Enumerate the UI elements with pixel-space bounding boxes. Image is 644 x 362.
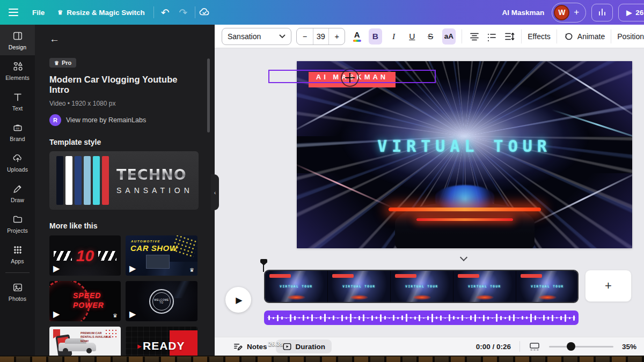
notes-button[interactable]: Notes bbox=[233, 342, 267, 352]
template-thumb-ten[interactable]: 10 ▶ bbox=[49, 235, 121, 276]
text-color-button[interactable]: A bbox=[350, 28, 363, 45]
insights-button[interactable] bbox=[591, 4, 613, 21]
avatar[interactable]: W bbox=[554, 5, 569, 20]
video-frame: VIRTUAL TOUR bbox=[453, 271, 516, 302]
text-icon bbox=[12, 91, 24, 103]
design-icon bbox=[12, 30, 24, 42]
crown-icon: ♛ bbox=[189, 268, 194, 273]
template-thumb-car-show[interactable]: AUTOMOTIVE CAR SHOW ▶ ♛ bbox=[126, 235, 197, 276]
account-pill[interactable]: W + bbox=[552, 3, 586, 23]
video-track[interactable]: VIRTUAL TOUR VIRTUAL TOUR VIRTUAL TOUR V… bbox=[264, 270, 579, 303]
font-size-value[interactable]: 39 bbox=[313, 28, 329, 45]
text-case-button[interactable]: aA bbox=[442, 28, 456, 45]
pen-icon bbox=[12, 183, 24, 195]
grid-view-button[interactable] bbox=[529, 341, 540, 352]
position-button[interactable]: Position bbox=[617, 32, 644, 41]
creator-link[interactable]: R View more by RemainLabs bbox=[49, 114, 215, 126]
strikethrough-button[interactable]: S bbox=[423, 28, 437, 45]
elements-icon bbox=[12, 61, 24, 72]
clip-duration-label: 26.3s bbox=[268, 341, 283, 347]
play-icon: ▶ bbox=[236, 295, 242, 305]
canvas-headline-text[interactable]: VIRTUAL TOUR bbox=[297, 137, 632, 156]
resize-magic-switch-button[interactable]: ♛ Resize & Magic Switch bbox=[51, 9, 151, 17]
bold-button[interactable]: B bbox=[369, 28, 382, 45]
sidebar-item-photos[interactable]: Photos bbox=[0, 276, 35, 307]
alignment-button[interactable] bbox=[468, 28, 480, 45]
design-panel: ← ♛ Pro Modern Car Vlogging Youtube Intr… bbox=[35, 25, 215, 362]
sidebar-item-draw[interactable]: Draw bbox=[0, 178, 35, 208]
font-size-stepper: − 39 + bbox=[296, 28, 345, 45]
user-name: AI Maskman bbox=[502, 9, 545, 17]
cloud-sync-icon[interactable] bbox=[197, 4, 211, 20]
align-center-icon bbox=[469, 31, 480, 42]
zoom-level[interactable]: 35% bbox=[622, 343, 636, 351]
brand-icon: co bbox=[12, 122, 24, 134]
sidebar-item-text[interactable]: Text bbox=[0, 86, 35, 116]
audio-track[interactable] bbox=[264, 311, 579, 325]
upload-cloud-icon bbox=[12, 152, 24, 164]
toolbar-divider bbox=[557, 29, 557, 43]
video-frame: VIRTUAL TOUR bbox=[265, 271, 328, 302]
template-style-text: TECHNO SANSATION bbox=[116, 166, 193, 195]
notes-icon bbox=[233, 342, 243, 352]
play-icon: ▶ bbox=[129, 310, 136, 319]
animate-icon bbox=[563, 31, 574, 42]
template-thumb-speed-power[interactable]: SPEED POWER ▶ ♛ bbox=[49, 281, 121, 321]
rail-divider bbox=[5, 272, 30, 273]
chevron-left-icon: ‹ bbox=[214, 189, 216, 196]
video-frame: VIRTUAL TOUR bbox=[391, 271, 453, 302]
brand-stripes bbox=[56, 156, 109, 205]
sidebar-item-elements[interactable]: Elements bbox=[0, 55, 35, 86]
canvas-page[interactable]: VIRTUAL TOUR bbox=[297, 61, 632, 248]
redo-icon[interactable]: ↷ bbox=[174, 6, 193, 19]
play-icon: ▶ bbox=[53, 264, 60, 273]
video-frame: VIRTUAL TOUR bbox=[328, 271, 391, 302]
divider bbox=[519, 341, 520, 352]
add-member-icon[interactable]: + bbox=[574, 7, 579, 18]
present-button[interactable]: ▶ 26. bbox=[618, 4, 644, 21]
duration-button[interactable]: Duration bbox=[276, 339, 332, 353]
sidebar-item-uploads[interactable]: Uploads bbox=[0, 147, 35, 178]
template-style-card[interactable]: TECHNO SANSATION bbox=[49, 151, 199, 210]
toolbar-divider bbox=[611, 29, 611, 43]
hamburger-menu-icon[interactable] bbox=[0, 6, 26, 18]
effects-button[interactable]: Effects bbox=[528, 32, 551, 41]
zoom-slider-knob[interactable] bbox=[567, 342, 575, 351]
side-rail: Design Elements Text co Brand Uploads Dr… bbox=[0, 25, 35, 362]
photos-icon bbox=[12, 282, 24, 293]
zoom-slider[interactable] bbox=[549, 346, 613, 348]
svg-text:co: co bbox=[16, 127, 19, 130]
play-icon: ▶ bbox=[137, 343, 142, 349]
time-indicator: 0:00 / 0:26 bbox=[476, 343, 511, 351]
template-meta: Video • 1920 x 1080 px bbox=[49, 100, 215, 107]
playhead-line bbox=[263, 264, 264, 272]
recording-filmstrip bbox=[0, 356, 644, 362]
timeline-collapse-chevron[interactable] bbox=[460, 255, 466, 261]
template-thumb-welcome[interactable]: WELCOME TO ▶ bbox=[126, 281, 197, 321]
file-menu[interactable]: File bbox=[26, 9, 51, 17]
bullet-list-icon bbox=[486, 31, 497, 42]
font-size-decrease-button[interactable]: − bbox=[297, 28, 313, 45]
underline-button[interactable]: U bbox=[405, 28, 419, 45]
work-area: VIRTUAL TOUR AI MASKMAN ▶ VIRTUAL TOUR V… bbox=[215, 48, 644, 362]
crown-icon: ♛ bbox=[113, 313, 118, 319]
spacing-button[interactable] bbox=[503, 28, 515, 45]
sidebar-item-brand[interactable]: co Brand bbox=[0, 116, 35, 147]
timeline-play-button[interactable]: ▶ bbox=[225, 287, 251, 313]
sidebar-item-projects[interactable]: Projects bbox=[0, 208, 35, 239]
font-size-increase-button[interactable]: + bbox=[329, 28, 345, 45]
animate-button[interactable]: Animate bbox=[563, 31, 605, 42]
play-icon: ▶ bbox=[129, 264, 136, 273]
italic-button[interactable]: I bbox=[387, 28, 400, 45]
sidebar-item-apps[interactable]: Apps bbox=[0, 239, 35, 269]
add-page-button[interactable]: + bbox=[585, 270, 632, 302]
rainbow-color-bar bbox=[353, 40, 361, 42]
sidebar-item-design[interactable]: Design bbox=[0, 25, 35, 55]
list-button[interactable] bbox=[485, 28, 497, 45]
back-button[interactable]: ← bbox=[49, 33, 62, 45]
template-brand-line1: TECHNO bbox=[116, 166, 193, 183]
panel-scrollbar[interactable] bbox=[207, 58, 210, 132]
panel-collapse-handle[interactable]: ‹ bbox=[211, 174, 219, 210]
undo-icon[interactable]: ↶ bbox=[156, 6, 174, 19]
font-family-dropdown[interactable]: Sansation bbox=[222, 28, 291, 45]
